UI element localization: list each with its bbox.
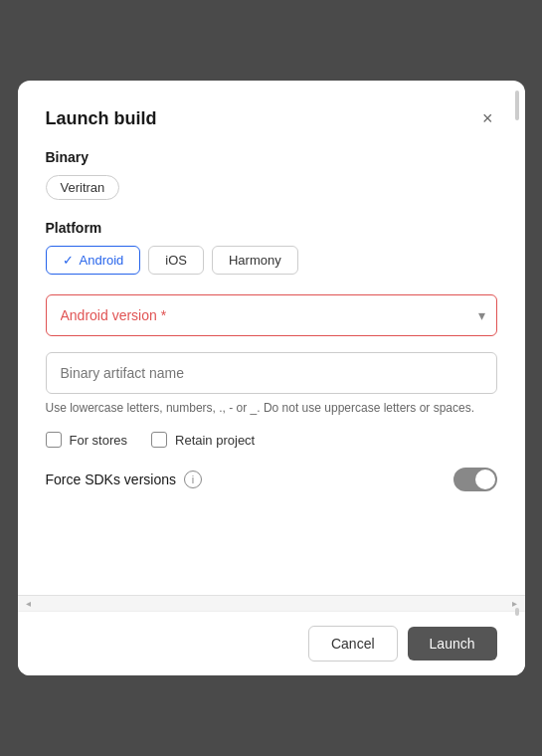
scroll-indicator-bottom [515,608,519,616]
dialog-footer: Cancel Launch [18,611,525,675]
force-sdk-left: Force SDKs versions i [46,471,202,488]
platform-harmony-button[interactable]: Harmony [212,246,298,275]
android-version-dropdown-wrapper: Android version * ▾ [46,294,497,336]
platform-harmony-label: Harmony [229,253,281,268]
launch-button[interactable]: Launch [408,627,497,661]
checkmark-icon: ✓ [63,253,74,268]
force-sdk-label: Force SDKs versions [46,472,176,487]
scroll-left-icon[interactable]: ◂ [26,598,31,609]
toggle-knob [475,470,495,489]
retain-project-checkbox-item[interactable]: Retain project [151,432,255,448]
horizontal-scroll-bar: ◂ ▸ [18,595,525,611]
dialog-header: Launch build × [18,81,525,149]
launch-build-dialog: Launch build × Binary Veritran Platform … [18,81,525,676]
retain-project-label: Retain project [175,433,255,448]
platform-section: Platform ✓ Android iOS Harmony [46,220,497,275]
platform-android-label: Android [80,253,124,268]
binary-label: Binary [46,149,497,165]
cancel-button[interactable]: Cancel [308,626,398,662]
force-sdk-row: Force SDKs versions i [46,468,497,491]
platform-label: Platform [46,220,497,236]
for-stores-checkbox-item[interactable]: For stores [46,432,128,448]
for-stores-checkbox[interactable] [46,432,62,448]
platform-buttons: ✓ Android iOS Harmony [46,246,497,275]
artifact-name-input[interactable] [46,352,497,394]
info-icon[interactable]: i [184,471,202,488]
dialog-body: Binary Veritran Platform ✓ Android iOS H… [18,149,525,596]
binary-chip[interactable]: Veritran [46,175,120,200]
artifact-hint: Use lowercase letters, numbers, ., - or … [46,400,497,417]
platform-ios-label: iOS [165,253,187,268]
retain-project-checkbox[interactable] [151,432,167,448]
close-icon: × [482,108,493,129]
dialog-title: Launch build [46,108,157,129]
binary-section: Binary Veritran [46,149,497,200]
binary-chip-text: Veritran [61,180,105,195]
force-sdk-toggle[interactable] [453,468,497,491]
platform-android-button[interactable]: ✓ Android [46,246,141,275]
platform-ios-button[interactable]: iOS [148,246,204,275]
checkboxes-row: For stores Retain project [46,432,497,448]
info-symbol: i [192,473,194,485]
android-version-section: Android version * ▾ [46,294,497,336]
artifact-section: Use lowercase letters, numbers, ., - or … [46,352,497,417]
for-stores-label: For stores [70,433,128,448]
scroll-indicator-top [515,91,519,120]
close-button[interactable]: × [478,104,497,133]
spacer [46,515,497,575]
android-version-select[interactable]: Android version * [46,294,497,336]
